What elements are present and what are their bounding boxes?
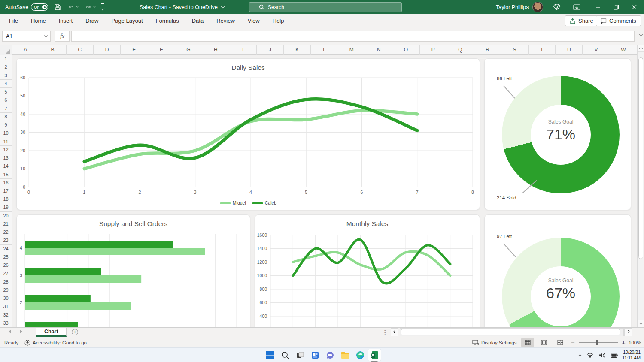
tray-chevron-up-icon[interactable] (578, 354, 582, 358)
row-header-31[interactable]: 31 (0, 302, 12, 311)
premium-gem-button[interactable] (553, 0, 561, 14)
daily-sales-chart[interactable]: Daily Sales 0102030405060012345678 Migue… (16, 58, 480, 210)
user-name[interactable]: Taylor Phillips (496, 0, 529, 14)
column-header-K[interactable]: K (284, 45, 311, 55)
horizontal-scrollbar[interactable] (400, 328, 624, 336)
sheet-canvas[interactable]: Daily Sales 0102030405060012345678 Migue… (12, 55, 637, 327)
column-header-I[interactable]: I (229, 45, 256, 55)
row-header-9[interactable]: 9 (0, 121, 12, 129)
scroll-up-button[interactable] (638, 45, 644, 52)
accessibility-status[interactable]: Accessibility: Good to go (24, 337, 87, 348)
row-header-10[interactable]: 10 (0, 129, 12, 137)
search-input[interactable]: Search (249, 2, 402, 12)
wifi-icon[interactable] (586, 353, 594, 358)
zoom-slider[interactable] (579, 342, 618, 343)
row-header-17[interactable]: 17 (0, 187, 12, 195)
row-header-8[interactable]: 8 (0, 113, 12, 121)
row-header-19[interactable]: 19 (0, 203, 12, 211)
row-header-2[interactable]: 2 (0, 63, 12, 71)
save-button[interactable] (54, 0, 61, 14)
share-button[interactable]: Share (565, 15, 598, 26)
row-header-29[interactable]: 29 (0, 286, 12, 294)
vertical-scroll-thumb[interactable] (638, 57, 643, 259)
column-header-E[interactable]: E (121, 45, 148, 55)
formula-bar-expand-chevron[interactable] (639, 33, 643, 36)
column-header-D[interactable]: D (94, 45, 121, 55)
taskbar-search-button[interactable] (279, 350, 291, 361)
row-header-21[interactable]: 21 (0, 220, 12, 228)
row-header-4[interactable]: 4 (0, 80, 12, 88)
normal-view-button[interactable] (521, 338, 534, 347)
select-all-corner[interactable] (0, 45, 12, 55)
document-title[interactable]: Sales Chart - Saved to OneDrive (140, 0, 224, 14)
hscroll-right-button[interactable] (624, 328, 632, 336)
sales-goal-donut-2[interactable]: 97 Left Sales Goal 67% (484, 214, 631, 327)
speaker-icon[interactable] (599, 353, 605, 358)
zoom-in-button[interactable]: + (622, 337, 626, 348)
row-header-23[interactable]: 23 (0, 236, 12, 244)
battery-icon[interactable] (611, 353, 618, 358)
row-header-12[interactable]: 12 (0, 146, 12, 154)
column-header-G[interactable]: G (175, 45, 202, 55)
row-header-32[interactable]: 32 (0, 311, 12, 319)
ribbon-display-options-button[interactable] (573, 0, 580, 14)
tab-nav-left[interactable] (9, 329, 11, 334)
column-header-V[interactable]: V (583, 45, 610, 55)
row-header-28[interactable]: 28 (0, 278, 12, 286)
page-layout-view-button[interactable] (538, 338, 550, 347)
ribbon-tab-insert[interactable]: Insert (52, 14, 79, 27)
restore-button[interactable] (607, 0, 625, 14)
page-break-view-button[interactable] (554, 338, 567, 347)
column-header-N[interactable]: N (365, 45, 392, 55)
row-header-16[interactable]: 16 (0, 179, 12, 187)
minimize-button[interactable] (589, 0, 607, 14)
hscroll-left-button[interactable] (391, 328, 398, 336)
column-header-J[interactable]: J (257, 45, 284, 55)
row-header-13[interactable]: 13 (0, 154, 12, 162)
column-header-R[interactable]: R (474, 45, 501, 55)
column-header-M[interactable]: M (338, 45, 365, 55)
column-header-T[interactable]: T (529, 45, 556, 55)
display-settings-button[interactable]: Display Settings (472, 337, 516, 348)
status-mode[interactable]: Ready (4, 337, 18, 348)
vertical-scrollbar[interactable] (637, 45, 644, 327)
close-button[interactable] (625, 0, 643, 14)
column-header-F[interactable]: F (148, 45, 175, 55)
column-header-L[interactable]: L (311, 45, 338, 55)
ribbon-tab-draw[interactable]: Draw (79, 14, 105, 27)
column-header-A[interactable]: A (12, 45, 39, 55)
row-header-26[interactable]: 26 (0, 261, 12, 269)
column-header-W[interactable]: W (610, 45, 637, 55)
name-box[interactable]: A1 (2, 31, 51, 42)
zoom-out-button[interactable]: − (571, 337, 575, 348)
widgets-button[interactable] (310, 350, 321, 361)
ribbon-tab-data[interactable]: Data (185, 14, 210, 27)
column-header-U[interactable]: U (556, 45, 583, 55)
column-header-C[interactable]: C (67, 45, 94, 55)
ribbon-tab-file[interactable]: File (3, 14, 24, 27)
ribbon-tab-review[interactable]: Review (210, 14, 241, 27)
insert-function-button[interactable]: fx (55, 31, 70, 42)
undo-button[interactable] (68, 0, 78, 14)
quick-access-toolbar-button[interactable] (101, 0, 104, 14)
column-header-B[interactable]: B (39, 45, 66, 55)
ribbon-tab-formulas[interactable]: Formulas (149, 14, 185, 27)
horizontal-scroll-thumb[interactable] (401, 329, 620, 335)
task-view-button[interactable] (295, 350, 306, 361)
supply-sell-orders-chart[interactable]: Supply and Sell Orders 4321 (16, 214, 250, 327)
row-header-15[interactable]: 15 (0, 170, 12, 178)
autosave-toggle[interactable]: On (31, 0, 48, 14)
row-header-14[interactable]: 14 (0, 162, 12, 170)
redo-button[interactable] (85, 0, 95, 14)
row-header-22[interactable]: 22 (0, 228, 12, 236)
comments-button[interactable]: Comments (596, 15, 641, 26)
file-explorer-button[interactable] (340, 350, 351, 361)
row-header-18[interactable]: 18 (0, 195, 12, 203)
row-header-20[interactable]: 20 (0, 212, 12, 220)
row-header-33[interactable]: 33 (0, 319, 12, 327)
row-header-5[interactable]: 5 (0, 88, 12, 96)
zoom-slider-thumb[interactable] (596, 340, 598, 345)
row-header-27[interactable]: 27 (0, 269, 12, 278)
ribbon-tab-home[interactable]: Home (24, 14, 52, 27)
start-button[interactable] (264, 350, 276, 361)
